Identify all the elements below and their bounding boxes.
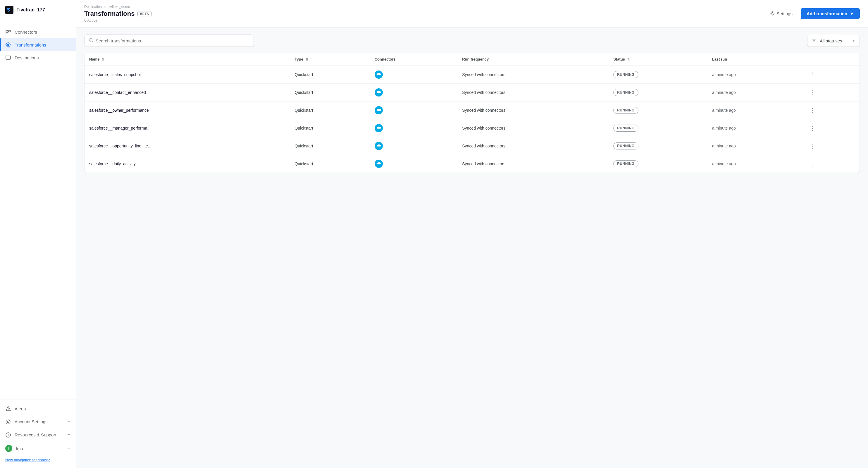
row-more-button[interactable]: ⋮ <box>807 106 818 114</box>
row-more-button[interactable]: ⋮ <box>807 124 818 132</box>
last-run-value: a minute ago <box>712 126 736 130</box>
run-frequency-value: Synced with connectors <box>462 144 505 148</box>
cell-connectors <box>370 119 458 137</box>
page-title: Transformations <box>84 10 134 18</box>
active-indicator <box>0 38 1 51</box>
sidebar-item-transformations-label: Transformations <box>14 42 46 48</box>
table-row[interactable]: salesforce__contact_enhanced Quickstart … <box>85 84 860 101</box>
transformation-name: salesforce__contact_enhanced <box>89 90 146 95</box>
cell-run-frequency: Synced with connectors <box>457 119 609 137</box>
page-header: Destination: snowflake_demo Transformati… <box>76 0 868 28</box>
sidebar-item-resources-label: Resources & Support <box>14 432 57 437</box>
cell-status: RUNNING <box>609 137 708 155</box>
app-name: Fivetran_177 <box>17 7 45 12</box>
type-sort-icon: ⇅ <box>306 58 308 61</box>
filter-icon <box>811 38 816 43</box>
status-badge: RUNNING <box>613 89 639 96</box>
cell-last-run: a minute ago <box>708 84 803 101</box>
status-badge: RUNNING <box>613 160 639 167</box>
table-row[interactable]: salesforce__sales_snapshot Quickstart Sy… <box>85 66 860 84</box>
table-row[interactable]: salesforce__daily_activity Quickstart Sy… <box>85 155 860 173</box>
sidebar-item-destinations[interactable]: Destinations <box>0 51 76 64</box>
cell-run-frequency: Synced with connectors <box>457 155 609 173</box>
sidebar-item-account-settings[interactable]: Account Settings + <box>0 415 76 428</box>
cell-status: RUNNING <box>609 155 708 173</box>
run-frequency-value: Synced with connectors <box>462 126 505 130</box>
svg-point-15 <box>8 410 8 411</box>
sidebar-item-user-label: Ima <box>16 446 23 451</box>
cell-type: Quickstart <box>290 155 370 173</box>
beta-badge: BETA <box>137 11 151 17</box>
header-right: Settings Add transformation ▼ <box>766 8 860 19</box>
table-row[interactable]: salesforce__owner_performance Quickstart… <box>85 101 860 119</box>
col-connectors: Connectors <box>370 53 458 66</box>
col-last-run[interactable]: Last run ↓ <box>708 53 803 66</box>
connector-icon <box>375 106 383 114</box>
connectors-icon <box>5 29 11 35</box>
table-row[interactable]: salesforce__opportunity_line_ite... Quic… <box>85 137 860 155</box>
cell-name: salesforce__contact_enhanced <box>85 84 290 101</box>
toolbar: All statuses ▼ <box>84 34 860 47</box>
settings-button-label: Settings <box>777 11 793 16</box>
connector-icon <box>375 70 383 79</box>
add-transformation-button[interactable]: Add transformation ▼ <box>801 8 860 19</box>
last-run-sort-icon: ↓ <box>730 58 731 61</box>
row-more-button[interactable]: ⋮ <box>807 70 818 79</box>
transformation-name: salesforce__sales_snapshot <box>89 72 141 77</box>
sidebar-item-destinations-label: Destinations <box>14 55 39 60</box>
cell-type: Quickstart <box>290 66 370 84</box>
breadcrumb: Destination: snowflake_demo <box>84 5 152 9</box>
settings-gear-icon <box>770 10 775 17</box>
row-more-button[interactable]: ⋮ <box>807 88 818 96</box>
app-logo-section[interactable]: Fivetran_177 <box>0 0 76 20</box>
feedback-link[interactable]: New navigation feedback? <box>0 456 76 463</box>
account-settings-expand-icon: + <box>67 418 70 425</box>
svg-text:i: i <box>8 433 8 437</box>
col-type[interactable]: Type ⇅ <box>290 53 370 66</box>
sidebar-item-connectors[interactable]: Connectors <box>0 26 76 38</box>
cell-type: Quickstart <box>290 84 370 101</box>
cell-actions: ⋮ <box>803 155 860 173</box>
row-more-button[interactable]: ⋮ <box>807 142 818 150</box>
sidebar-navigation: Connectors Transformations <box>0 23 76 400</box>
col-status[interactable]: Status ⇅ <box>609 53 708 66</box>
last-run-value: a minute ago <box>712 108 736 113</box>
cell-name: salesforce__manager_performa... <box>85 119 290 137</box>
sidebar-item-transformations[interactable]: Transformations <box>0 38 76 51</box>
run-frequency-value: Synced with connectors <box>462 90 505 95</box>
cell-status: RUNNING <box>609 119 708 137</box>
sidebar-item-alerts[interactable]: Alerts <box>0 402 76 415</box>
sidebar-item-alerts-label: Alerts <box>14 406 26 411</box>
last-run-value: a minute ago <box>712 72 736 77</box>
col-name[interactable]: Name ⇅ <box>85 53 290 66</box>
fivetran-logo-icon <box>5 6 13 14</box>
cell-last-run: a minute ago <box>708 119 803 137</box>
transformation-type: Quickstart <box>295 161 313 166</box>
status-badge: RUNNING <box>613 125 639 132</box>
search-input[interactable] <box>96 38 249 43</box>
cell-type: Quickstart <box>290 101 370 119</box>
sidebar-item-resources-support[interactable]: i Resources & Support + <box>0 428 76 441</box>
add-transformation-label: Add transformation <box>807 11 847 16</box>
cell-last-run: a minute ago <box>708 155 803 173</box>
search-box[interactable] <box>84 34 254 47</box>
svg-rect-4 <box>6 32 8 34</box>
cell-name: salesforce__daily_activity <box>85 155 290 173</box>
cell-run-frequency: Synced with connectors <box>457 84 609 101</box>
svg-point-16 <box>7 421 9 423</box>
cell-connectors <box>370 155 458 173</box>
col-run-frequency: Run frequency <box>457 53 609 66</box>
svg-rect-1 <box>6 30 8 32</box>
cell-actions: ⋮ <box>803 84 860 101</box>
last-run-value: a minute ago <box>712 144 736 148</box>
sidebar-item-user[interactable]: I Ima + <box>0 441 76 456</box>
status-filter[interactable]: All statuses ▼ <box>807 35 860 47</box>
col-actions <box>803 53 860 66</box>
status-badge: RUNNING <box>613 71 639 78</box>
table-row[interactable]: salesforce__manager_performa... Quicksta… <box>85 119 860 137</box>
cell-actions: ⋮ <box>803 137 860 155</box>
row-more-button[interactable]: ⋮ <box>807 160 818 168</box>
cell-actions: ⋮ <box>803 101 860 119</box>
cell-name: salesforce__owner_performance <box>85 101 290 119</box>
settings-button[interactable]: Settings <box>766 8 796 19</box>
